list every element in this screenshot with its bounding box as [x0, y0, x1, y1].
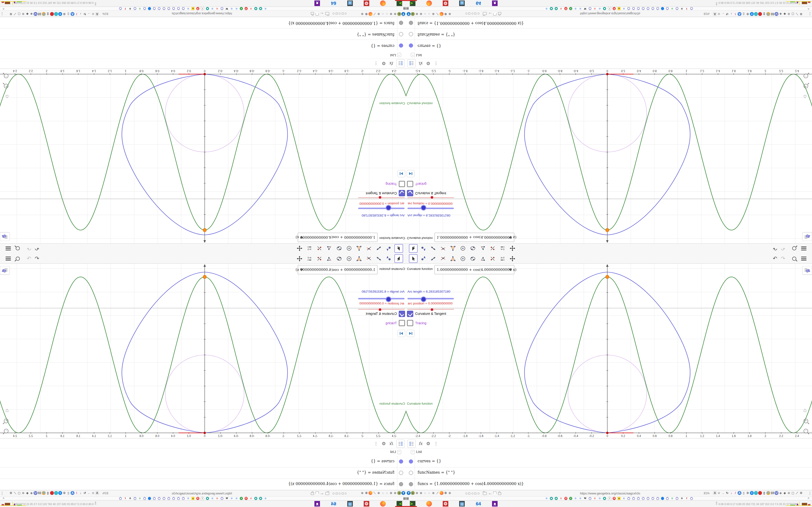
wikipedia-icon[interactable]: W	[225, 497, 229, 500]
add-icon[interactable]: +	[750, 12, 754, 16]
collapse-icon[interactable]: −	[411, 53, 415, 57]
v-logo-icon[interactable]: Y	[407, 12, 411, 16]
zoom-level-badge[interactable]: 81%	[704, 12, 710, 15]
mouse-icon[interactable]: ▯	[742, 12, 746, 16]
reload-icon[interactable]: ↻	[83, 12, 87, 16]
globe-icon[interactable]: ⊕	[360, 12, 364, 16]
visibility-toggle[interactable]	[399, 471, 403, 475]
home-icon[interactable]: ⌂	[6, 407, 9, 413]
visibility-toggle[interactable]	[409, 32, 413, 36]
display-icon[interactable]: ▣	[347, 501, 353, 507]
curvature-tangent-checkbox[interactable]	[399, 311, 405, 317]
tool-transform[interactable]	[488, 254, 497, 263]
tool-move[interactable]	[394, 244, 403, 253]
visibility-toggle[interactable]	[399, 44, 403, 48]
gear-icon[interactable]: ⚙	[680, 7, 683, 10]
google-icon[interactable]: G	[545, 7, 548, 10]
google-icon[interactable]: G	[215, 7, 219, 10]
geogebra-icon[interactable]	[134, 7, 137, 10]
badge-icon[interactable]: ◆	[26, 12, 29, 16]
puzzle-icon[interactable]: ▢	[791, 491, 795, 495]
firefox-icon[interactable]	[426, 501, 432, 507]
undo-icon[interactable]: ↶	[34, 245, 40, 252]
google-icon[interactable]: G	[211, 497, 214, 500]
google-icon[interactable]: G	[598, 7, 601, 10]
floppy64-icon[interactable]: 64	[331, 0, 337, 6]
olive-circle-icon[interactable]: ●	[411, 491, 415, 495]
bookmark-star-icon[interactable]: ☆	[717, 491, 721, 495]
wrench-icon[interactable]: ⟋	[373, 12, 376, 16]
puzzle-icon[interactable]: ▢	[791, 12, 795, 16]
input-help-icon[interactable]: fx	[388, 60, 395, 67]
globe-icon[interactable]: ⊕	[377, 12, 380, 16]
shield-gray-icon[interactable]: ◆	[30, 491, 33, 495]
shield-up-icon[interactable]: ↑	[54, 491, 58, 495]
collapse-icon[interactable]: −	[397, 53, 401, 57]
graphics-stylebar-button[interactable]	[802, 266, 812, 275]
tool-circle[interactable]	[345, 254, 354, 263]
arc-position-slider[interactable]	[407, 198, 454, 198]
globe-icon[interactable]: ⊕	[377, 491, 380, 495]
gear-icon[interactable]: ⚙	[680, 497, 683, 500]
add-icon[interactable]: +	[58, 491, 62, 495]
geogebra-icon[interactable]	[167, 7, 170, 10]
url-text[interactable]: https://www.geogebra.org/classic/aagcxh3…	[172, 12, 232, 15]
tool-intersect-lines[interactable]	[439, 254, 447, 263]
search-icon[interactable]	[14, 245, 21, 252]
olive-circle-icon[interactable]: ●	[397, 12, 401, 16]
arc-length-slider[interactable]	[407, 208, 454, 209]
settings-red-icon[interactable]: ⚙	[364, 0, 369, 6]
translate-icon[interactable]: A	[95, 12, 99, 16]
display-icon[interactable]: ▣	[347, 0, 353, 6]
geogebra-icon[interactable]	[627, 497, 630, 500]
bookmark-star-icon[interactable]: ☆	[717, 12, 721, 16]
firefox-icon[interactable]	[368, 491, 372, 495]
google-icon[interactable]: G	[249, 7, 253, 10]
undo-icon[interactable]: ↶	[772, 245, 778, 252]
skip-button[interactable]	[407, 170, 414, 177]
image-icon[interactable]: ▲	[617, 497, 621, 500]
cat-icon[interactable]: ᴥ	[492, 0, 498, 6]
add-icon[interactable]: +	[750, 491, 754, 495]
tool-slider[interactable]: a=2	[498, 244, 507, 253]
mouse-icon[interactable]: ▯	[742, 491, 746, 495]
tool-slider[interactable]: a=2	[305, 254, 314, 263]
curvature-tangent-checkbox[interactable]	[407, 311, 413, 317]
url-text[interactable]: https://www.geogebra.org/classic/aagcxh3…	[580, 492, 640, 495]
green-dove-icon[interactable]: ∨	[569, 7, 572, 10]
gear-icon[interactable]: ⚙	[424, 440, 432, 447]
home-icon[interactable]: ⌂	[6, 94, 9, 100]
cat-icon[interactable]: ᴥ	[314, 0, 320, 6]
gear-icon[interactable]: ⚙	[129, 497, 132, 500]
folder-icon[interactable]	[325, 492, 329, 495]
geogebra-icon[interactable]	[220, 497, 223, 500]
settings-red-icon[interactable]: ⚙	[443, 0, 448, 6]
display-icon[interactable]: ▣	[459, 0, 465, 6]
trash-icon[interactable]: ▯	[46, 12, 50, 16]
geogebra-icon[interactable]	[651, 7, 654, 10]
f-icon[interactable]: f	[124, 7, 127, 10]
back-arrow-icon[interactable]: ←	[320, 491, 324, 496]
firefox-icon[interactable]	[440, 491, 444, 495]
zoom-out-icon[interactable]: −	[804, 429, 808, 433]
hook-icon[interactable]: ∩	[385, 491, 389, 495]
puzzle-icon[interactable]: ▢	[17, 12, 21, 16]
zoom-in-icon[interactable]: +	[804, 84, 808, 89]
gear-icon[interactable]: ⚙	[746, 491, 750, 495]
gear-icon[interactable]: ⚙	[380, 440, 388, 447]
algebra-row-funcNames[interactable]: funcNames = {" "}	[0, 467, 406, 479]
tool-intersect-lines[interactable]	[439, 244, 447, 253]
trash-icon[interactable]: ▯	[762, 491, 766, 495]
yandex-icon[interactable]: Я	[196, 497, 199, 500]
slider-knob[interactable]	[421, 205, 426, 211]
hook-icon[interactable]: ∩	[381, 12, 385, 16]
geogebra-icon[interactable]	[177, 7, 180, 10]
forward-icon[interactable]: →	[721, 491, 725, 495]
mouse-icon[interactable]: ▯	[66, 12, 70, 16]
search-icon[interactable]	[791, 245, 798, 252]
record-icon[interactable]	[758, 491, 762, 495]
sort-by-type-icon[interactable]	[396, 440, 405, 448]
uo-icon[interactable]: U	[34, 491, 38, 495]
shield-gray-icon[interactable]: ◆	[779, 12, 782, 16]
overflow-menu-icon[interactable]: ⋮	[808, 12, 812, 16]
